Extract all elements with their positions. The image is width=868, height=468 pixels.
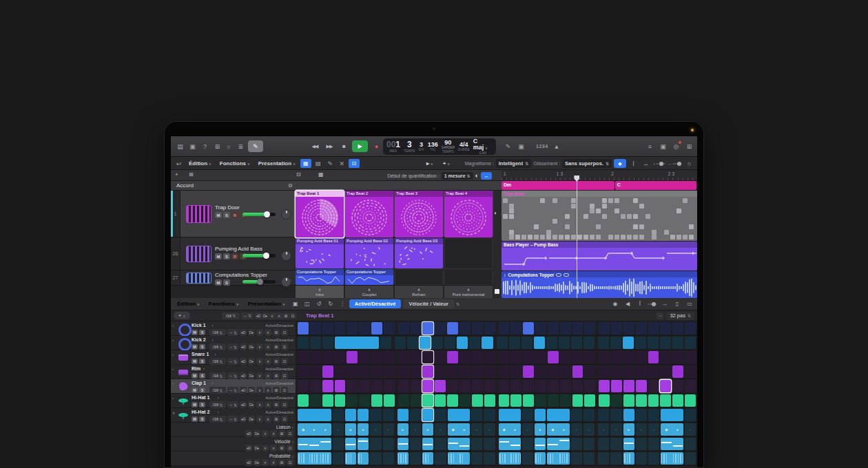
step-cell[interactable] bbox=[636, 452, 647, 465]
cell-edit-icon[interactable]: ⊡ bbox=[296, 171, 301, 178]
step-cell[interactable] bbox=[398, 380, 409, 392]
step-cell[interactable] bbox=[499, 438, 510, 450]
row-settings-button[interactable]: ⊡ bbox=[281, 401, 288, 408]
step-cell[interactable] bbox=[411, 351, 422, 363]
loop-cell-computations-topper[interactable]: Computations Topper bbox=[296, 269, 344, 285]
step-cell[interactable] bbox=[685, 351, 696, 363]
track-m-button[interactable]: M bbox=[215, 212, 222, 218]
step-cell[interactable] bbox=[648, 409, 659, 421]
step-cell[interactable] bbox=[395, 337, 406, 349]
step-cell[interactable] bbox=[459, 394, 471, 407]
step-cell[interactable] bbox=[672, 322, 683, 334]
row-rotate-right-button[interactable]: D▸ bbox=[248, 372, 255, 379]
row-division-stepper[interactable]: /16⇅ bbox=[209, 343, 226, 350]
step-cell[interactable] bbox=[335, 322, 346, 334]
loop-cell-pumping-acid-bass-02[interactable]: Pumping Acid Bass 02 bbox=[345, 238, 393, 268]
step-cell[interactable] bbox=[471, 438, 482, 450]
step-cell[interactable]: ▸ bbox=[535, 423, 546, 436]
step-cell[interactable]: ▸ bbox=[471, 423, 482, 436]
brightness-icon[interactable]: ☼ bbox=[223, 141, 234, 151]
row-solo-button[interactable]: S bbox=[199, 330, 205, 335]
sequencer-row-header[interactable]: ›Kick 1↕Activé/DésactivéMS/16⇅→⇅◂DD▸∨∧⊠⊡ bbox=[171, 321, 296, 336]
step-cell[interactable] bbox=[383, 438, 394, 450]
step-cell[interactable] bbox=[660, 365, 671, 378]
step-cell[interactable] bbox=[471, 409, 482, 421]
step-cell[interactable] bbox=[447, 380, 458, 392]
step-cell[interactable] bbox=[611, 351, 622, 363]
step-cell[interactable] bbox=[435, 365, 446, 378]
row-clear-button[interactable]: ⊠ bbox=[273, 387, 280, 394]
row-playmode-stepper[interactable]: →⇅ bbox=[227, 387, 238, 394]
step-cell[interactable] bbox=[322, 380, 333, 392]
step-cell[interactable] bbox=[548, 365, 559, 378]
row-octave-down-button[interactable]: ∨ bbox=[256, 401, 263, 408]
step-cell[interactable] bbox=[435, 409, 446, 421]
step-cell[interactable] bbox=[535, 380, 546, 392]
step-cell[interactable] bbox=[623, 409, 634, 421]
scene-trigger-couplet[interactable]: ∧Couplet bbox=[345, 286, 393, 298]
row-rotate-left-button[interactable]: ◂D bbox=[240, 416, 247, 423]
step-cell[interactable] bbox=[572, 394, 583, 407]
step-cell[interactable] bbox=[499, 380, 510, 392]
disclosure-closed-icon[interactable]: › bbox=[172, 381, 174, 385]
step-cell[interactable] bbox=[447, 322, 458, 334]
step-cell[interactable] bbox=[497, 337, 508, 349]
step-cell[interactable] bbox=[484, 394, 495, 407]
scene-trigger-refrain[interactable]: ∧Refrain bbox=[395, 286, 443, 298]
step-cell[interactable] bbox=[472, 365, 483, 378]
step-cell[interactable] bbox=[560, 351, 571, 363]
step-cell[interactable] bbox=[583, 337, 595, 349]
step-cell[interactable] bbox=[636, 322, 647, 334]
stop-button[interactable]: ■ bbox=[338, 140, 350, 152]
step-cell[interactable] bbox=[510, 380, 521, 392]
row-rotate-left-button[interactable]: ◂D bbox=[240, 358, 247, 365]
step-cell[interactable] bbox=[358, 438, 369, 450]
smart-controls-icon[interactable]: ≣ bbox=[236, 141, 246, 151]
step-cell[interactable] bbox=[435, 452, 446, 465]
step-cell[interactable] bbox=[435, 394, 446, 407]
row-mute-button[interactable]: M bbox=[192, 344, 198, 350]
step-cell[interactable] bbox=[484, 452, 495, 465]
step-cell[interactable] bbox=[672, 380, 683, 392]
step-cell[interactable] bbox=[583, 452, 595, 465]
step-cell[interactable]: ◆ bbox=[661, 423, 672, 436]
row-rotate-right-button[interactable]: D▸ bbox=[248, 387, 255, 394]
step-cell[interactable] bbox=[599, 394, 610, 407]
step-cell[interactable] bbox=[435, 438, 446, 450]
step-cell[interactable] bbox=[371, 394, 382, 407]
step-cell[interactable] bbox=[371, 322, 382, 334]
step-cell[interactable] bbox=[347, 380, 358, 392]
step-cell[interactable] bbox=[636, 409, 647, 421]
step-cell[interactable] bbox=[571, 409, 582, 421]
pattern-browser-icon[interactable]: ▣ bbox=[291, 300, 300, 308]
step-cell[interactable]: ◆ bbox=[298, 423, 309, 436]
sequencer-row-header[interactable]: ›Hi-Hat 1↕Activé/DésactivéMS/16⇅→⇅◂DD▸∨∧… bbox=[171, 394, 296, 408]
metronome-icon[interactable]: ▲ bbox=[552, 141, 562, 151]
row-mute-button[interactable]: M bbox=[192, 387, 198, 393]
step-cell[interactable] bbox=[411, 380, 422, 392]
step-cell[interactable] bbox=[499, 409, 510, 421]
disclosure-closed-icon[interactable]: › bbox=[172, 338, 174, 342]
row-division-stepper[interactable]: /16⇅ bbox=[209, 401, 226, 408]
step-cell[interactable] bbox=[648, 351, 659, 363]
step-cell[interactable] bbox=[648, 380, 659, 392]
step-cell[interactable] bbox=[484, 409, 495, 421]
row-octave-down-button[interactable]: ∨ bbox=[256, 343, 263, 350]
step-cell[interactable] bbox=[448, 438, 459, 450]
step-cell[interactable] bbox=[584, 351, 595, 363]
volume-slider[interactable] bbox=[242, 254, 276, 257]
step-cell[interactable] bbox=[660, 322, 671, 334]
step-cell[interactable]: ▸ bbox=[571, 423, 582, 436]
step-cell[interactable] bbox=[523, 322, 534, 334]
region-computations-topper[interactable]: ↕ Computations Topper bbox=[502, 271, 697, 298]
step-cell[interactable] bbox=[559, 452, 570, 465]
pattern-octave-down-button[interactable]: ∨ bbox=[269, 312, 276, 319]
row-playmode-stepper[interactable]: →⇅ bbox=[227, 343, 238, 350]
step-cell[interactable] bbox=[560, 322, 571, 334]
marquee-tool-button[interactable]: ⊡ bbox=[349, 159, 360, 168]
step-cell[interactable] bbox=[661, 438, 672, 450]
step-cell[interactable] bbox=[523, 394, 534, 407]
step-cell[interactable] bbox=[660, 394, 671, 407]
row-octave-down-button[interactable]: ∨ bbox=[262, 445, 269, 451]
step-cell[interactable] bbox=[559, 409, 570, 421]
